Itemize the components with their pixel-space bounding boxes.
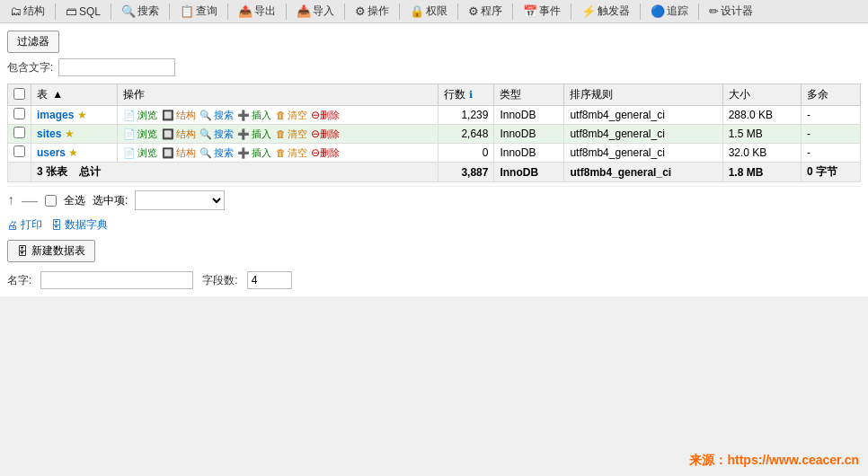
- actions-dropdown[interactable]: 浏览 结构 搜索 插入 清空 删除: [135, 190, 225, 210]
- new-table-form: 名字: 字段数:: [7, 271, 292, 289]
- row-checkbox[interactable]: [13, 127, 25, 138]
- toolbar-events[interactable]: 📅 事件: [517, 1, 567, 22]
- insert-link[interactable]: 插入: [252, 110, 271, 120]
- star-icon[interactable]: ★: [68, 146, 78, 159]
- table-name-input[interactable]: [40, 271, 193, 289]
- row-checkbox[interactable]: [13, 145, 25, 157]
- row-overhead-cell: -: [802, 144, 861, 163]
- browse-link[interactable]: 浏览: [137, 110, 157, 120]
- dictionary-link[interactable]: 🗄 数据字典: [51, 217, 108, 233]
- row-actions-cell: 📄浏览 🔲结构 🔍搜索 ➕插入 🗑清空 ⊖删除: [118, 144, 438, 163]
- empty-icon: 🗑: [276, 128, 286, 139]
- delete-link[interactable]: 删除: [320, 147, 340, 158]
- filter-input[interactable]: [58, 58, 175, 76]
- print-icon: 🖨: [7, 219, 18, 232]
- delete-link[interactable]: 删除: [320, 110, 340, 120]
- new-table-button[interactable]: 🗄 新建数据表: [7, 240, 95, 262]
- insert-icon: ➕: [237, 110, 250, 120]
- select-all-header-checkbox[interactable]: [13, 88, 25, 100]
- dictionary-icon: 🗄: [51, 219, 62, 232]
- row-checkbox-cell: [8, 144, 31, 163]
- structure-link[interactable]: 结构: [176, 128, 196, 139]
- select-all-checkbox[interactable]: [45, 195, 57, 207]
- total-text: 总计: [79, 165, 101, 178]
- row-actions-cell: 📄浏览 🔲结构 🔍搜索 ➕插入 🗑清空 ⊖删除: [118, 125, 438, 144]
- row-rows-cell: 2,648: [438, 125, 494, 144]
- insert-icon: ➕: [237, 147, 250, 158]
- search-link[interactable]: 搜索: [214, 128, 234, 139]
- fields-label: 字段数:: [202, 273, 237, 288]
- browse-icon: 📄: [123, 128, 136, 139]
- structure-link[interactable]: 结构: [176, 110, 196, 120]
- row-type-cell: InnoDB: [494, 125, 564, 144]
- operations-icon: ⚙: [355, 4, 366, 18]
- toolbar-sql[interactable]: 🗃 SQL: [59, 2, 107, 21]
- print-link[interactable]: 🖨 打印: [7, 217, 42, 233]
- toolbar-tracking[interactable]: 🔵 追踪: [644, 1, 695, 22]
- export-icon: 📤: [238, 4, 252, 18]
- header-name[interactable]: 表 ▲: [31, 84, 118, 106]
- empty-icon: 🗑: [276, 110, 286, 120]
- toolbar-privileges[interactable]: 🔒 权限: [403, 1, 454, 22]
- insert-link[interactable]: 插入: [252, 128, 271, 139]
- table-name-link[interactable]: images: [37, 109, 74, 121]
- bottom-controls: ↑ — 全选 选中项: 浏览 结构 搜索 插入 清空 删除: [7, 186, 861, 214]
- row-checkbox[interactable]: [13, 108, 25, 119]
- separator-9: [512, 4, 513, 20]
- insert-icon: ➕: [237, 128, 250, 139]
- empty-link[interactable]: 清空: [288, 128, 307, 139]
- tool-links: 🖨 打印 🗄 数据字典: [7, 214, 861, 236]
- toolbar-procedures[interactable]: ⚙ 程序: [462, 1, 509, 22]
- star-icon[interactable]: ★: [65, 128, 75, 140]
- query-icon: 📋: [180, 4, 194, 18]
- toolbar-triggers[interactable]: ⚡ 触发器: [575, 1, 636, 22]
- toolbar-query[interactable]: 📋 查询: [173, 1, 224, 22]
- header-actions: 操作: [118, 84, 438, 106]
- toolbar-operations[interactable]: ⚙ 操作: [349, 1, 395, 22]
- row-rows-cell: 0: [438, 144, 494, 163]
- table-row: sites ★ 📄浏览 🔲结构 🔍搜索 ➕插入 🗑清空 ⊖删除 2,648 In…: [8, 125, 861, 144]
- toolbar-structure[interactable]: 🗂 结构: [4, 1, 51, 22]
- empty-link[interactable]: 清空: [288, 110, 307, 120]
- toolbar-designer[interactable]: ✏ 设计器: [703, 1, 759, 22]
- row-name-cell: images ★: [31, 106, 118, 125]
- struct-icon: 🔲: [162, 110, 174, 120]
- fields-count-input[interactable]: [247, 271, 292, 289]
- table-name-link[interactable]: sites: [37, 128, 61, 140]
- search-link[interactable]: 搜索: [214, 110, 234, 120]
- empty-link[interactable]: 清空: [288, 147, 307, 158]
- row-type-cell: InnoDB: [494, 106, 564, 125]
- total-collation: utf8mb4_general_ci: [564, 163, 722, 182]
- toolbar-search[interactable]: 🔍 搜索: [115, 1, 165, 22]
- header-size: 大小: [722, 84, 801, 106]
- toolbar-export[interactable]: 📤 导出: [232, 1, 282, 22]
- struct-icon: 🔲: [162, 128, 174, 139]
- table-row: users ★ 📄浏览 🔲结构 🔍搜索 ➕插入 🗑清空 ⊖删除 0 InnoDB…: [8, 144, 861, 163]
- table-total-row: 3 张表 总计 3,887 InnoDB utf8mb4_general_ci …: [8, 163, 861, 182]
- search-link[interactable]: 搜索: [214, 147, 234, 158]
- tables-table: 表 ▲ 操作 行数 ℹ 类型 排序规则 大小 多余 images ★: [7, 84, 861, 182]
- total-overhead: 0 字节: [802, 163, 861, 182]
- browse-link[interactable]: 浏览: [137, 147, 157, 158]
- dash-icon: —: [22, 191, 38, 210]
- browse-link[interactable]: 浏览: [137, 128, 157, 139]
- filter-button[interactable]: 过滤器: [7, 31, 59, 53]
- star-icon[interactable]: ★: [77, 109, 87, 121]
- delete-link[interactable]: 删除: [320, 128, 340, 139]
- designer-icon: ✏: [709, 4, 719, 18]
- browse-icon: 📄: [123, 147, 136, 158]
- table-name-link[interactable]: users: [37, 146, 66, 159]
- header-overhead: 多余: [802, 84, 861, 106]
- structure-link[interactable]: 结构: [176, 147, 196, 158]
- row-checkbox-cell: [8, 106, 31, 125]
- header-rows[interactable]: 行数 ℹ: [438, 84, 494, 106]
- separator-6: [344, 4, 345, 20]
- row-size-cell: 288.0 KB: [722, 106, 801, 125]
- toolbar-import[interactable]: 📥 导入: [290, 1, 341, 22]
- insert-link[interactable]: 插入: [252, 147, 271, 158]
- total-size: 1.8 MB: [722, 163, 801, 182]
- row-actions-cell: 📄浏览 🔲结构 🔍搜索 ➕插入 🗑清空 ⊖删除: [118, 106, 438, 125]
- separator-11: [640, 4, 641, 20]
- name-label: 名字:: [7, 273, 31, 288]
- search-action-icon: 🔍: [199, 128, 212, 139]
